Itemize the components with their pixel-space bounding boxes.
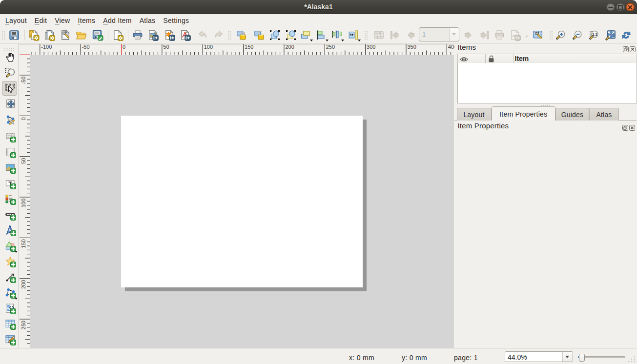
resize-grip[interactable] [627,355,636,363]
zoom-level-combo[interactable]: 44.0% [505,351,573,362]
add-3d-map-button[interactable] [4,146,16,159]
export-image-button[interactable] [146,28,160,42]
qgis-layout-window: *Alaska1 LayoutEditViewItemsAdd ItemAtla… [0,0,637,364]
zoom-in-button[interactable] [555,28,568,42]
add-arrow-button[interactable] [4,271,16,283]
atlas-settings-button[interactable] [531,28,545,42]
atlas-first-button[interactable] [388,28,401,42]
align-items-button[interactable] [314,28,328,42]
export-atlas-dropdown-arrow[interactable] [525,36,528,38]
add-legend-button[interactable] [4,193,16,205]
properties-panel-close-button[interactable] [629,124,635,130]
resize-items-dropdown-arrow[interactable] [358,40,361,41]
zoom-full-button[interactable] [604,28,617,42]
zoom-slider[interactable] [578,348,625,364]
align-items-dropdown-arrow[interactable] [326,40,329,41]
add-node-item-button[interactable] [4,287,16,299]
items-list[interactable] [457,63,637,103]
redo-button[interactable] [212,28,226,42]
export-svg-icon [164,29,175,41]
save-as-button[interactable] [91,28,104,42]
atlas-prev-button[interactable] [404,28,418,42]
atlas-last-button[interactable] [478,28,492,42]
unlock-items-button[interactable] [252,28,266,42]
items-panel-float-button[interactable] [623,45,629,51]
raise-items-dropdown-arrow[interactable] [310,40,313,41]
add-scalebar-button[interactable] [4,209,16,221]
atlas-next-button[interactable] [461,28,475,42]
add-attribute-table-button[interactable] [4,318,16,330]
deselect-all-button[interactable] [284,28,298,42]
distribute-items-button[interactable] [330,28,344,42]
add-fixed-table-button[interactable] [4,334,16,346]
move-content-button[interactable] [4,98,16,110]
new-layout-button[interactable] [27,28,41,42]
atlas-page-combo[interactable]: 1 [419,27,459,41]
zoom-icon [4,67,16,79]
zoom-out-button[interactable] [571,28,585,42]
refresh-button[interactable] [619,28,633,42]
zoom-button[interactable] [4,67,16,79]
new-report-button[interactable] [111,28,124,42]
menu-view[interactable]: View [51,14,74,27]
redo-icon [213,29,225,41]
distribute-items-dropdown-arrow[interactable] [341,40,344,41]
toolbar-handle[interactable] [227,30,231,40]
menu-add-item[interactable]: Add Item [99,14,135,27]
toolbar-handle[interactable] [1,30,5,40]
tab-item-properties[interactable]: Item Properties [492,106,556,121]
rulers: -100-50050100150200250300350400-50050100… [19,43,455,348]
zoom-actual-button[interactable]: 1:1 [588,28,601,42]
tab-layout[interactable]: Layout [457,108,492,121]
layout-manager-button[interactable] [59,28,72,42]
open-layout-button[interactable] [74,28,88,42]
add-label-button[interactable] [4,178,16,190]
print-button[interactable] [131,28,144,42]
toolbox-handle[interactable] [4,44,16,48]
items-panel-close-button[interactable] [630,45,636,51]
minimize-button[interactable] [606,3,615,12]
zoom-combo-dropdown-button[interactable] [562,352,573,362]
properties-panel-float-button[interactable] [622,124,628,130]
tab-atlas[interactable]: Atlas [589,108,619,121]
atlas-preview-button[interactable] [372,28,386,42]
menu-settings[interactable]: Settings [159,14,193,27]
add-node-item-dropdown-arrow[interactable] [15,298,18,300]
export-atlas-button[interactable] [508,28,522,42]
export-svg-button[interactable] [163,28,176,42]
add-html-button[interactable] [4,303,16,315]
raise-items-button[interactable] [299,28,312,42]
zoom-slider-handle[interactable] [579,354,585,362]
add-marker-button[interactable] [4,256,16,268]
close-button[interactable] [626,3,635,12]
pan-button[interactable] [4,51,16,63]
lock-items-button[interactable] [235,28,248,42]
undo-button[interactable] [196,28,209,42]
toolbar-handle[interactable] [549,30,553,40]
atlas-page-value[interactable]: 1 [419,28,450,41]
titlebar[interactable]: *Alaska1 [0,0,637,14]
export-pdf-button[interactable] [178,28,192,42]
tab-guides[interactable]: Guides [555,108,589,121]
add-map-button[interactable] [4,131,16,143]
menu-edit[interactable]: Edit [31,14,51,27]
zoom-slider-groove[interactable] [578,356,625,358]
select-all-button[interactable] [268,28,282,42]
add-shape-dropdown-arrow[interactable] [15,251,18,253]
maximize-button[interactable] [616,3,625,12]
zoom-level-value[interactable]: 44.0% [505,352,562,362]
resize-items-button[interactable] [347,28,360,42]
add-picture-button[interactable] [4,162,16,174]
menu-items[interactable]: Items [74,14,99,27]
duplicate-layout-button[interactable] [42,28,56,42]
add-shape-button[interactable] [4,240,16,252]
print-atlas-button[interactable] [493,28,506,42]
add-north-arrow-button[interactable]: N [4,224,16,237]
select-move-item-button[interactable] [2,81,17,96]
atlas-page-dropdown-button[interactable] [450,28,459,41]
menu-atlas[interactable]: Atlas [136,14,160,27]
toolbar-handle[interactable] [364,30,368,40]
save-button[interactable] [7,28,21,42]
edit-nodes-button[interactable] [4,114,16,126]
menu-layout[interactable]: Layout [1,14,31,27]
